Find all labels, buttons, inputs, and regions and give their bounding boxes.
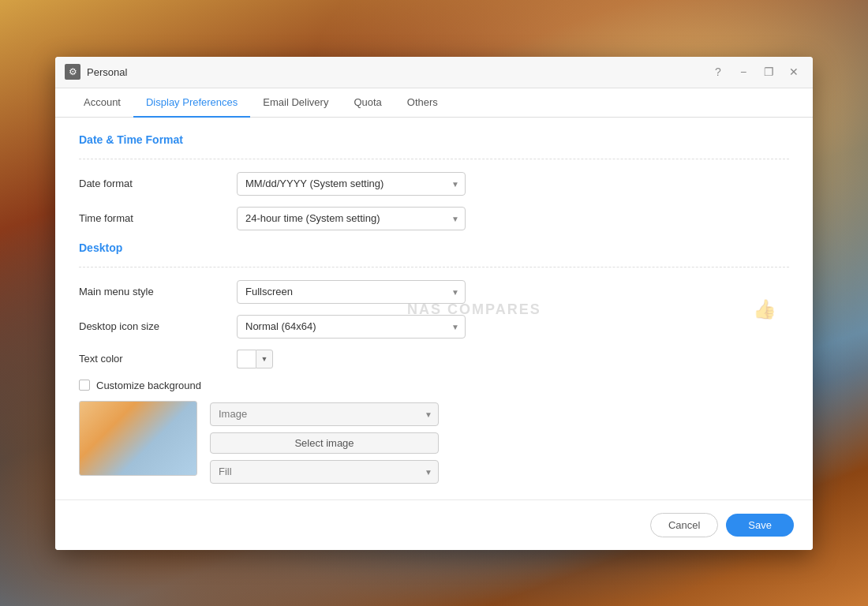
tab-quota[interactable]: Quota [341, 88, 394, 118]
datetime-section-title: Date & Time Format [79, 133, 789, 146]
tab-account[interactable]: Account [71, 88, 133, 118]
date-format-control: MM/dd/YYYY (System setting) ▼ [237, 172, 466, 196]
text-color-label: Text color [79, 353, 237, 365]
app-icon: ⚙ [65, 64, 80, 80]
tab-email-delivery[interactable]: Email Delivery [250, 88, 341, 118]
menu-style-row: Main menu style Fullscreen ▼ [79, 280, 789, 304]
desktop-section: Desktop Main menu style Fullscreen ▼ Des… [79, 241, 789, 484]
menu-style-select[interactable]: Fullscreen [237, 280, 466, 304]
customize-bg-label: Customize background [96, 380, 201, 391]
text-color-picker: ▼ [237, 350, 273, 368]
tab-others[interactable]: Others [395, 88, 451, 118]
cancel-button[interactable]: Cancel [650, 513, 718, 537]
help-button[interactable]: ? [709, 62, 728, 81]
bg-fill-wrapper: Fill ▼ [210, 460, 439, 484]
desktop-divider [79, 267, 789, 267]
text-color-row: Text color ▼ [79, 350, 789, 368]
color-dropdown-button[interactable]: ▼ [256, 350, 273, 368]
icon-size-label: Desktop icon size [79, 320, 237, 332]
bg-controls: Image ▼ Select image Fill ▼ [210, 401, 439, 484]
dialog-footer: Cancel Save [55, 499, 813, 550]
window-title: Personal [87, 66, 709, 78]
bg-type-select[interactable]: Image [210, 402, 439, 426]
datetime-section: Date & Time Format Date format MM/dd/YYY… [79, 133, 789, 230]
date-format-label: Date format [79, 178, 237, 189]
time-format-control: 24-hour time (System setting) ▼ [237, 207, 466, 230]
color-swatch[interactable] [237, 350, 256, 368]
icon-size-select[interactable]: Normal (64x64) [237, 315, 466, 339]
desktop-section-title: Desktop [79, 241, 789, 254]
time-format-row: Time format 24-hour time (System setting… [79, 207, 789, 230]
date-format-row: Date format MM/dd/YYYY (System setting) … [79, 172, 789, 196]
datetime-divider [79, 159, 789, 159]
bg-settings: Image ▼ Select image Fill ▼ [79, 401, 789, 484]
restore-button[interactable]: ❐ [759, 62, 778, 81]
close-button[interactable]: ✕ [784, 62, 803, 81]
bg-preview-image [79, 401, 197, 476]
time-format-select[interactable]: 24-hour time (System setting) [237, 207, 466, 230]
save-button[interactable]: Save [726, 514, 794, 537]
customize-bg-row: Customize background [79, 380, 789, 391]
customize-bg-checkbox[interactable] [79, 380, 90, 391]
tab-display-preferences[interactable]: Display Preferences [133, 88, 250, 118]
bg-type-wrapper: Image ▼ [210, 402, 439, 426]
select-image-button[interactable]: Select image [210, 432, 439, 454]
icon-size-control: Normal (64x64) ▼ [237, 315, 466, 339]
minimize-button[interactable]: − [734, 62, 753, 81]
title-bar: ⚙ Personal ? − ❐ ✕ [55, 57, 813, 88]
main-content: Date & Time Format Date format MM/dd/YYY… [55, 118, 813, 499]
tab-bar: Account Display Preferences Email Delive… [55, 88, 813, 118]
menu-style-control: Fullscreen ▼ [237, 280, 466, 304]
main-window: ⚙ Personal ? − ❐ ✕ Account Display Prefe… [55, 57, 813, 550]
icon-size-row: Desktop icon size Normal (64x64) ▼ [79, 315, 789, 339]
menu-style-label: Main menu style [79, 286, 237, 297]
date-format-select[interactable]: MM/dd/YYYY (System setting) [237, 172, 466, 196]
window-controls: ? − ❐ ✕ [709, 62, 803, 81]
bg-fill-select[interactable]: Fill [210, 460, 439, 484]
time-format-label: Time format [79, 212, 237, 224]
